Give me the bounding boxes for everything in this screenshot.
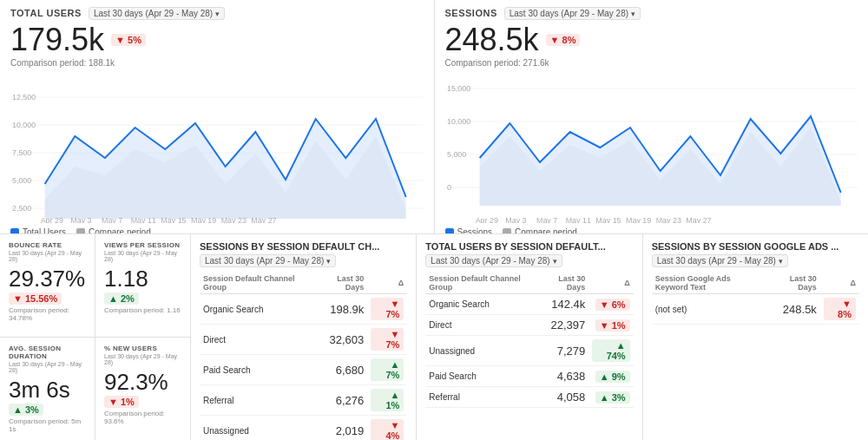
svg-text:May 11: May 11 [565, 216, 590, 223]
svg-text:Apr 29: Apr 29 [41, 216, 63, 223]
svg-text:5,000: 5,000 [12, 176, 31, 185]
bounce-rate-badge: ▼ 15.56% [9, 292, 62, 305]
row-delta: ▲ 7% [367, 355, 407, 385]
total-users-date-btn[interactable]: Last 30 days (Apr 29 - May 28) ▾ [89, 7, 225, 20]
svg-text:May 7: May 7 [102, 216, 122, 223]
total-users-header: TOTAL USERS Last 30 days (Apr 29 - May 2… [10, 7, 424, 20]
table-row: Unassigned 7,279 ▲ 74% [425, 336, 633, 366]
row-dimension: Unassigned [425, 336, 536, 366]
sessions-google-ads-table: Session Google Ads Keyword Text Last 30 … [652, 273, 859, 325]
bounce-rate-comparison: Comparison period: 34.78% [9, 306, 86, 322]
delta-badge: ▲ 3% [595, 391, 630, 404]
total-users-panel: TOTAL USERS Last 30 days (Apr 29 - May 2… [0, 0, 435, 233]
table-row: Organic Search 198.9k ▼ 7% [200, 294, 407, 325]
users-by-channel-title: TOTAL USERS BY SESSION DEFAULT... [425, 241, 633, 252]
svg-text:Apr 29: Apr 29 [475, 216, 497, 223]
google-ads-col3-header: Δ [820, 273, 859, 294]
sessions-comparison: Comparison period: 271.6k [445, 58, 858, 68]
delta-badge: ▲ 1% [371, 389, 404, 411]
row-delta: ▲ 74% [589, 336, 633, 366]
legend-sessions: Sessions [445, 227, 493, 233]
row-value: 6,276 [314, 385, 367, 416]
row-delta: ▼ 6% [589, 294, 633, 315]
row-dimension: Organic Search [425, 294, 536, 315]
table-row: Unassigned 2,019 ▼ 4% [200, 416, 407, 441]
legend-sessions-checkbox-icon [445, 228, 454, 234]
row-delta: ▼ 4% [367, 416, 407, 441]
sessions-date-btn[interactable]: Last 30 days (Apr 29 - May 28) ▾ [504, 7, 641, 20]
row-dimension: Paid Search [200, 355, 314, 385]
row-value: 4,638 [536, 366, 589, 387]
delta-badge: ▼ 6% [595, 299, 630, 311]
google-ads-col2-header: Last 30 Days [768, 273, 820, 294]
views-per-session-title: VIEWS PER SESSION [104, 241, 181, 249]
sessions-header: SESSIONS Last 30 days (Apr 29 - May 28) … [445, 7, 858, 20]
total-users-legend: Total Users Compare period [10, 227, 424, 233]
users-col2-header: Last 30 Days [536, 273, 589, 294]
sessions-legend: Sessions Compare period [445, 227, 858, 233]
legend-compare-period-1: Compare period [76, 227, 151, 233]
svg-text:2,500: 2,500 [12, 204, 31, 213]
row-delta: ▲ 9% [589, 366, 633, 387]
table-row: Direct 32,603 ▼ 7% [200, 325, 407, 355]
views-per-session-subtitle: Last 30 days (Apr 29 - May 28) [104, 250, 181, 262]
legend-checkbox-icon [10, 228, 19, 234]
top-charts-row: TOTAL USERS Last 30 days (Apr 29 - May 2… [0, 0, 868, 234]
views-per-session-comparison: Comparison period: 1.16 [104, 306, 181, 314]
row-value: 22,397 [536, 315, 589, 336]
svg-text:May 11: May 11 [131, 216, 156, 223]
sessions-google-ads-date-btn[interactable]: Last 30 days (Apr 29 - May 28) ▾ [652, 254, 788, 267]
svg-text:May 23: May 23 [221, 216, 247, 223]
svg-marker-29 [479, 116, 840, 206]
sessions-col3-header: Δ [367, 273, 407, 294]
svg-text:15,000: 15,000 [446, 84, 470, 93]
table-row: Direct 22,397 ▼ 1% [425, 315, 633, 336]
delta-badge: ▼ 4% [371, 419, 404, 440]
row-value: 32,603 [314, 325, 367, 355]
small-cards-container: BOUNCE RATE Last 30 days (Apr 29 - May 2… [0, 234, 191, 440]
row-dimension: Organic Search [200, 294, 314, 325]
table-row: Referral 4,058 ▲ 3% [425, 387, 633, 408]
new-users-badge: ▼ 1% [104, 396, 139, 408]
row-dimension: (not set) [652, 294, 768, 325]
row-value: 142.4k [536, 294, 589, 315]
small-cards-top-row: BOUNCE RATE Last 30 days (Apr 29 - May 2… [0, 234, 190, 338]
new-users-title: % NEW USERS [104, 345, 181, 352]
row-dimension: Unassigned [200, 416, 314, 441]
bounce-rate-card: BOUNCE RATE Last 30 days (Apr 29 - May 2… [0, 234, 95, 338]
table-row: Organic Search 142.4k ▼ 6% [425, 294, 633, 315]
chevron-down-icon-5: ▾ [779, 257, 783, 266]
svg-text:5,000: 5,000 [446, 150, 465, 159]
main-container: TOTAL USERS Last 30 days (Apr 29 - May 2… [0, 0, 868, 440]
delta-badge: ▼ 7% [371, 298, 404, 320]
new-users-card: % NEW USERS Last 30 days (Apr 29 - May 2… [95, 338, 190, 441]
row-value: 7,279 [536, 336, 589, 366]
new-users-comparison: Comparison period: 93.6% [104, 410, 181, 425]
row-delta: ▲ 3% [589, 387, 633, 408]
users-by-channel-date-btn[interactable]: Last 30 days (Apr 29 - May 28) ▾ [425, 254, 562, 267]
svg-text:May 15: May 15 [161, 216, 186, 223]
svg-text:10,000: 10,000 [446, 117, 470, 126]
svg-text:May 27: May 27 [251, 216, 276, 223]
legend-checkbox-gray-icon [76, 228, 85, 234]
row-dimension: Direct [200, 325, 314, 355]
row-value: 248.5k [768, 294, 820, 325]
svg-text:May 3: May 3 [70, 216, 91, 223]
sessions-value: 248.5k [445, 22, 539, 58]
users-by-channel-panel: TOTAL USERS BY SESSION DEFAULT... Last 3… [417, 234, 642, 440]
row-dimension: Referral [200, 385, 314, 416]
sessions-badge: ▼ 8% [546, 34, 581, 46]
table-row: Paid Search 6,680 ▲ 7% [200, 355, 407, 385]
row-delta: ▼ 1% [589, 315, 633, 336]
sessions-by-channel-date-btn[interactable]: Last 30 days (Apr 29 - May 28) ▾ [200, 254, 336, 267]
google-ads-col1-header: Session Google Ads Keyword Text [652, 273, 768, 294]
row-delta: ▼ 7% [367, 325, 407, 355]
table-row: Paid Search 4,638 ▲ 9% [425, 366, 633, 387]
delta-badge: ▲ 9% [595, 371, 630, 383]
svg-text:12,500: 12,500 [12, 93, 36, 102]
row-value: 2,019 [314, 416, 367, 441]
bounce-rate-title: BOUNCE RATE [9, 241, 86, 249]
sessions-google-ads-title: SESSIONS BY SESSION GOOGLE ADS ... [652, 241, 859, 252]
bounce-rate-value: 29.37% [9, 266, 86, 292]
sessions-metric-row: 248.5k ▼ 8% [445, 22, 858, 58]
